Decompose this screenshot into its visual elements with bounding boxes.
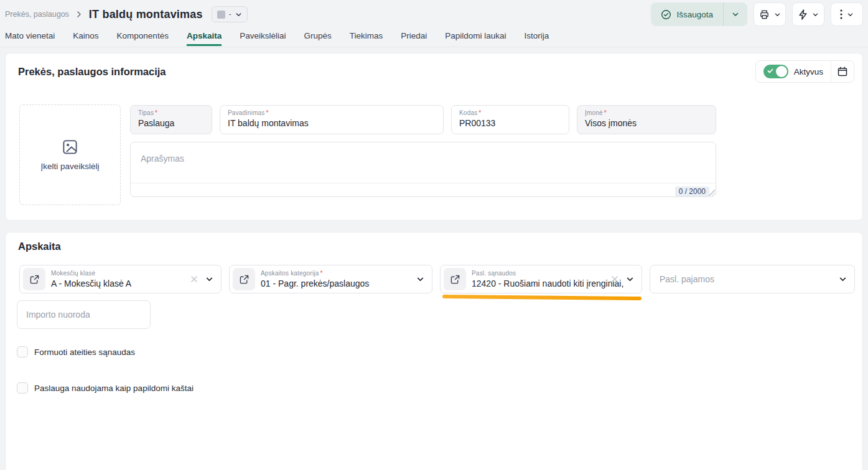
required-asterisk: * — [604, 109, 607, 116]
open-record-button[interactable] — [444, 268, 466, 290]
printer-icon — [759, 9, 770, 20]
variant-dropdown[interactable]: - — [212, 6, 248, 22]
chevron-down-icon[interactable] — [839, 275, 847, 283]
accounting-card-title: Apskaita — [18, 241, 61, 252]
tab-paveiksleliai[interactable]: Paveikslėliai — [240, 29, 286, 46]
char-counter: 0 / 2000 — [675, 187, 709, 196]
required-asterisk: * — [320, 270, 323, 277]
upload-label: Įkelti paveikslėlį — [41, 162, 100, 171]
toggle-switch-icon[interactable] — [763, 65, 788, 78]
lightning-icon — [798, 9, 808, 20]
open-record-button[interactable] — [233, 268, 255, 290]
calendar-button[interactable] — [831, 61, 854, 82]
checkbox-paslauga-papildomi-kastai[interactable]: Paslauga naudojama kaip papildomi kaštai — [17, 382, 194, 394]
required-asterisk: * — [155, 109, 157, 116]
checkbox-label: Formuoti ateities sąnaudas — [34, 348, 135, 357]
description-field: 0 / 2000 — [130, 142, 716, 197]
select-mokesciu-klase-label: Mokesčių klasė — [51, 270, 131, 277]
saved-button-main[interactable]: Išsaugota — [651, 2, 724, 26]
select-mokesciu-klase-value: A - Mokesčių klasė A — [51, 279, 131, 288]
field-pavadinimas-value[interactable]: IT baldų montavimas — [228, 118, 436, 128]
checkbox-label: Paslauga naudojama kaip papildomi kaštai — [34, 384, 194, 393]
field-imone: Įmonė* Visos įmonės — [577, 105, 716, 134]
required-asterisk: * — [266, 109, 268, 116]
saved-label: Išsaugota — [676, 10, 713, 19]
saved-split-button[interactable]: Išsaugota — [651, 2, 747, 26]
tab-istorija[interactable]: Istorija — [525, 29, 549, 46]
chevron-down-icon[interactable] — [416, 275, 424, 283]
field-pavadinimas-label: Pavadinimas — [228, 109, 264, 116]
tab-mato-vienetai[interactable]: Mato vienetai — [5, 29, 55, 46]
actions-dropdown-button[interactable] — [792, 2, 824, 26]
chevron-down-icon[interactable] — [626, 275, 634, 283]
select-pasl-sanaudos-label: Pasl. sąnaudos — [472, 270, 624, 277]
active-toggle[interactable]: Aktyvus — [756, 61, 831, 82]
chevron-down-icon[interactable] — [205, 275, 213, 283]
select-apskaitos-kategorija-label: Apskaitos kategorija — [261, 270, 319, 277]
tab-kainos[interactable]: Kainos — [73, 29, 98, 46]
product-info-card: Prekės, paslaugos informacija Aktyvus Įk… — [5, 53, 863, 221]
field-tipas-label: Tipas — [138, 109, 154, 116]
importo-nuoroda-input[interactable] — [17, 300, 151, 329]
field-pavadinimas[interactable]: Pavadinimas* IT baldų montavimas — [220, 105, 444, 134]
breadcrumb-parent[interactable]: Prekės, paslaugos — [5, 10, 69, 19]
tab-apskaita[interactable]: Apskaita — [187, 29, 222, 46]
accounting-card: Apskaita Mokesčių klasė A - Mokesčių kla… — [5, 232, 863, 470]
field-kodas[interactable]: Kodas* PR00133 — [451, 105, 569, 134]
field-kodas-label: Kodas — [459, 109, 477, 116]
required-asterisk: * — [478, 109, 481, 116]
variant-value: - — [229, 10, 231, 19]
select-pasl-pajamos-placeholder: Pasl. pajamos — [660, 274, 714, 284]
highlight-annotation-line — [442, 295, 642, 300]
clear-icon[interactable] — [611, 275, 618, 283]
select-apskaitos-kategorija-value: 01 - Pagr. prekės/paslaugos — [261, 279, 369, 288]
checkbox-icon[interactable] — [17, 382, 28, 394]
select-apskaitos-kategorija[interactable]: Apskaitos kategorija* 01 - Pagr. prekės/… — [229, 265, 432, 293]
select-pasl-pajamos[interactable]: Pasl. pajamos — [650, 265, 855, 293]
kebab-icon — [840, 9, 842, 19]
tab-papildomi-laukai[interactable]: Papildomi laukai — [445, 29, 506, 46]
chevron-down-icon — [774, 11, 781, 18]
tab-priedai[interactable]: Priedai — [401, 29, 427, 46]
select-pasl-sanaudos-value: 12420 - Ruošiami naudoti kiti įrenginiai… — [472, 279, 624, 288]
clear-icon[interactable] — [190, 275, 198, 283]
page-title: IT baldų montavimas — [89, 8, 203, 21]
active-controls: Aktyvus — [755, 60, 854, 83]
check-circle-icon — [661, 9, 671, 20]
open-record-button[interactable] — [23, 268, 45, 290]
select-mokesciu-klase[interactable]: Mokesčių klasė A - Mokesčių klasė A — [19, 265, 222, 293]
chevron-down-icon — [235, 11, 242, 18]
chevron-down-icon — [812, 11, 819, 18]
info-card-title: Prekės, paslaugos informacija — [18, 66, 166, 78]
saved-dropdown-caret[interactable] — [724, 2, 747, 26]
field-imone-value: Visos įmonės — [585, 118, 708, 128]
tab-bar: Mato vienetai Kainos Komponentės Apskait… — [0, 29, 868, 47]
variant-swatch-icon — [217, 11, 225, 19]
tab-grupes[interactable]: Grupės — [304, 29, 331, 46]
description-input[interactable] — [131, 142, 716, 180]
image-icon — [62, 139, 78, 155]
print-dropdown-button[interactable] — [754, 2, 786, 26]
resize-handle[interactable] — [708, 189, 715, 196]
tab-tiekimas[interactable]: Tiekimas — [350, 29, 383, 46]
chevron-down-icon — [847, 11, 854, 18]
field-imone-label: Įmonė — [585, 109, 603, 116]
field-tipas: Tipas* Paslauga — [130, 105, 212, 134]
field-tipas-value: Paslauga — [138, 118, 204, 128]
tab-komponentes[interactable]: Komponentės — [117, 29, 169, 46]
checkbox-formuoti-ateities-sanaudas[interactable]: Formuoti ateities sąnaudas — [17, 346, 135, 357]
active-toggle-label: Aktyvus — [794, 67, 823, 76]
more-menu-button[interactable] — [831, 2, 863, 26]
calendar-icon — [838, 67, 847, 76]
image-upload-dropzone[interactable]: Įkelti paveikslėlį — [19, 104, 121, 205]
select-pasl-sanaudos[interactable]: Pasl. sąnaudos 12420 - Ruošiami naudoti … — [440, 265, 642, 293]
checkbox-icon[interactable] — [17, 346, 28, 357]
top-header: Prekės, paslaugos IT baldų montavimas - … — [0, 0, 868, 29]
field-kodas-value[interactable]: PR00133 — [459, 118, 561, 128]
breadcrumb-chevron-icon — [75, 11, 83, 18]
description-footer: 0 / 2000 — [131, 183, 716, 199]
